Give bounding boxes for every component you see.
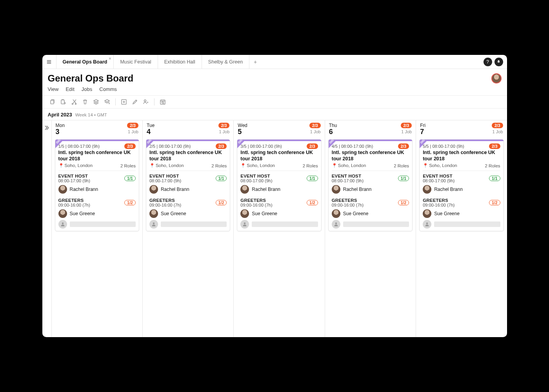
menu-edit[interactable]: Edit — [65, 86, 74, 92]
tab-exhibition-hall[interactable]: Exhibition Hall — [158, 55, 202, 69]
roles-count: 2 Roles — [394, 163, 409, 168]
role-name: EVENT HOST — [58, 174, 90, 178]
tab-shelby-green[interactable]: Shelby & Green — [202, 55, 249, 69]
job-card[interactable]: GIG1/5 | 08:00-17:00 (9h)2/3Intl. spring… — [55, 139, 139, 231]
assigned-person[interactable]: Rachel Brann — [423, 185, 500, 194]
role-time: 08:00-17:00 (9h) — [332, 178, 364, 183]
day-number: 4 — [147, 128, 155, 135]
edit-icon[interactable] — [131, 98, 139, 106]
assigned-person[interactable]: Sue Greene — [58, 209, 136, 218]
notifications-icon[interactable] — [494, 58, 503, 66]
day-number: 5 — [238, 128, 247, 135]
assigned-person[interactable]: Rachel Brann — [240, 185, 318, 194]
svg-rect-6 — [160, 100, 165, 104]
empty-slot[interactable] — [149, 220, 227, 229]
assigned-person[interactable]: Sue Greene — [332, 209, 409, 218]
job-card[interactable]: GIG4/5 | 08:00-17:00 (9h)2/3Intl. spring… — [328, 139, 413, 231]
day-fill-badge: 2/3 — [492, 123, 503, 128]
role-name: GREETERS — [423, 198, 454, 203]
role-name: EVENT HOST — [423, 174, 454, 178]
day-name: Tue — [147, 123, 155, 128]
empty-avatar-icon — [332, 220, 340, 229]
pin-icon: 📍 — [149, 163, 155, 168]
job-fill-badge: 2/3 — [216, 143, 227, 149]
svg-point-5 — [144, 100, 146, 102]
user-avatar[interactable] — [491, 73, 502, 83]
layers-icon[interactable] — [92, 98, 100, 106]
gig-corner-tag: GIG — [420, 140, 428, 148]
job-count: 1 Job — [219, 129, 229, 134]
day-column: Tue42/31 JobGIG2/5 | 08:00-17:00 (9h)2/3… — [143, 120, 234, 337]
role-name: GREETERS — [240, 198, 272, 203]
role-time: 09:00-16:00 (7h) — [332, 203, 364, 207]
person-name: Rachel Brann — [343, 187, 372, 192]
day-number: 6 — [329, 128, 337, 135]
close-tab-icon[interactable]: × — [109, 56, 111, 61]
tab-music-festival[interactable]: Music Festival — [114, 55, 158, 69]
role-section: EVENT HOST08:00-17:00 (9h)1/1Rachel Bran… — [329, 172, 412, 196]
person-avatar — [240, 185, 249, 194]
role-name: GREETERS — [58, 198, 90, 203]
role-section: EVENT HOST08:00-17:00 (9h)1/1Rachel Bran… — [146, 172, 230, 196]
job-card[interactable]: GIG5/5 | 08:00-17:00 (9h)2/3Intl. spring… — [419, 139, 504, 231]
empty-slot[interactable] — [332, 220, 409, 229]
role-section: GREETERS09:00-16:00 (7h)1/2Sue Greene — [55, 196, 139, 231]
help-icon[interactable]: ? — [484, 58, 492, 66]
person-name: Sue Greene — [434, 211, 460, 216]
job-location: 📍Soho, London — [423, 163, 457, 168]
menu-jobs[interactable]: Jobs — [82, 86, 92, 92]
empty-slot[interactable] — [240, 220, 318, 229]
assigned-person[interactable]: Rachel Brann — [332, 185, 409, 194]
person-name: Sue Greene — [343, 211, 369, 216]
job-title: Intl. spring tech conference UK tour 201… — [240, 150, 318, 162]
day-fill-badge: 2/3 — [309, 123, 321, 128]
person-avatar — [240, 209, 249, 218]
empty-slot[interactable] — [423, 220, 500, 229]
pin-icon: 📍 — [58, 163, 64, 168]
person-name: Rachel Brann — [161, 187, 189, 192]
cut-icon[interactable] — [70, 98, 78, 106]
person-name: Rachel Brann — [434, 187, 463, 192]
svg-point-7 — [162, 102, 164, 103]
copy-icon[interactable] — [48, 98, 56, 106]
person-avatar — [149, 185, 158, 194]
day-number: 3 — [56, 128, 65, 135]
trash-icon[interactable] — [81, 98, 89, 106]
role-fill-pill: 1/2 — [216, 200, 227, 205]
svg-rect-1 — [61, 100, 64, 104]
gig-corner-tag: GIG — [55, 140, 64, 148]
assigned-person[interactable]: Rachel Brann — [58, 185, 136, 194]
role-fill-pill: 1/2 — [124, 200, 136, 205]
day-column: Thu62/31 JobGIG4/5 | 08:00-17:00 (9h)2/3… — [325, 120, 416, 337]
paste-icon[interactable] — [59, 98, 67, 106]
job-card[interactable]: GIG3/5 | 08:00-17:00 (9h)2/3Intl. spring… — [237, 139, 321, 231]
menu-icon[interactable] — [42, 55, 56, 69]
month-label: April 2023 — [48, 112, 72, 118]
assigned-person[interactable]: Sue Greene — [240, 209, 318, 218]
menu-comms[interactable]: Comms — [99, 86, 117, 92]
job-time: 4/5 | 08:00-17:00 (9h) — [332, 144, 373, 149]
calendar-search-icon[interactable] — [158, 98, 167, 106]
job-fill-badge: 2/3 — [124, 143, 136, 149]
person-name: Rachel Brann — [252, 187, 280, 192]
empty-slot[interactable] — [58, 220, 136, 229]
assigned-person[interactable]: Rachel Brann — [149, 185, 227, 194]
job-time: 5/5 | 08:00-17:00 (9h) — [423, 144, 464, 149]
empty-avatar-icon — [58, 220, 67, 229]
job-card[interactable]: GIG2/5 | 08:00-17:00 (9h)2/3Intl. spring… — [146, 139, 230, 231]
job-time: 3/5 | 08:00-17:00 (9h) — [240, 144, 282, 149]
add-tab-button[interactable]: + — [249, 55, 261, 69]
schedule-board: Mon32/31 JobGIG1/5 | 08:00-17:00 (9h)2/3… — [42, 120, 507, 337]
role-section: GREETERS09:00-16:00 (7h)1/2Sue Greene — [329, 196, 412, 231]
layers-add-icon[interactable] — [103, 98, 111, 106]
assigned-person[interactable]: Sue Greene — [149, 209, 227, 218]
add-icon[interactable] — [120, 98, 128, 106]
assign-icon[interactable] — [142, 98, 150, 106]
tab-general-ops-board[interactable]: General Ops Board× — [56, 55, 114, 69]
day-number: 7 — [420, 128, 425, 135]
job-location: 📍Soho, London — [58, 163, 93, 168]
assigned-person[interactable]: Sue Greene — [423, 209, 500, 218]
role-time: 09:00-16:00 (7h) — [58, 203, 90, 207]
menu-view[interactable]: View — [48, 86, 59, 92]
expand-panel-icon[interactable] — [42, 120, 52, 337]
